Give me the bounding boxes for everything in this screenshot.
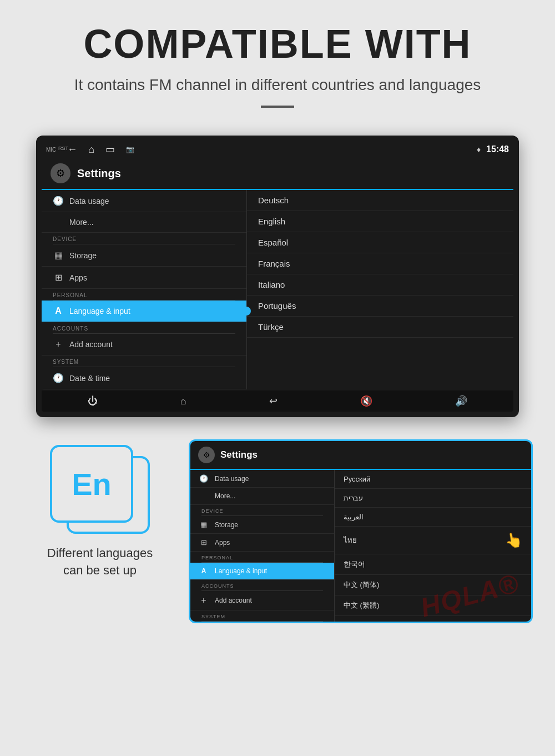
add-icon: + xyxy=(53,339,64,349)
language-label: Language & input xyxy=(69,307,130,316)
power-button[interactable]: ⏻ xyxy=(88,395,98,407)
zoomed-settings-header: ⚙ Settings xyxy=(190,441,531,470)
zoomed-data-usage-icon: 🕐 xyxy=(198,474,209,483)
lang-russian[interactable]: Русский xyxy=(335,470,531,489)
en-text: En xyxy=(72,466,112,502)
zoomed-right-panel: Русский עברית العربية ไทย 👆 한국어 中文 (简体) … xyxy=(335,470,531,622)
lang-chinese-traditional[interactable]: 中文 (繁體) xyxy=(335,595,531,616)
zoomed-data-usage-label: Data usage xyxy=(215,475,249,483)
lang-hebrew[interactable]: עברית xyxy=(335,489,531,508)
lang-espanol[interactable]: Español xyxy=(247,232,513,253)
lang-korean[interactable]: 한국어 xyxy=(335,554,531,575)
zoomed-apps[interactable]: ⊞ Apps xyxy=(190,534,334,552)
back-button[interactable]: ↩ xyxy=(269,395,278,407)
datetime-icon: 🕐 xyxy=(53,373,64,383)
lang-description: Different languages can be set up xyxy=(47,545,153,579)
language-icon: A xyxy=(53,306,64,316)
zoomed-language[interactable]: A Language & input xyxy=(190,563,334,580)
zoomed-apps-icon: ⊞ xyxy=(198,538,209,547)
zoomed-add-account-label: Add account xyxy=(215,597,252,604)
zoomed-device-label: DEVICE xyxy=(190,505,334,515)
zoomed-settings-title: Settings xyxy=(220,449,258,460)
zoomed-add-icon: + xyxy=(198,595,209,605)
vol-down-button[interactable]: 🔇 xyxy=(360,395,372,407)
desc-line2: can be set up xyxy=(63,563,137,577)
settings-left-panel: 🕐 Data usage More... DEVICE ▦ Storage ⊞ xyxy=(42,190,247,389)
zoomed-apps-label: Apps xyxy=(215,539,230,547)
lang-chinese-simplified[interactable]: 中文 (简体) xyxy=(335,575,531,595)
settings-apps[interactable]: ⊞ Apps xyxy=(42,267,246,289)
device-section-label: DEVICE xyxy=(42,233,246,244)
apps-label: Apps xyxy=(69,273,87,282)
device-top-bar: MIC ← ⌂ ▭ 📷 RST ♦ 15:48 xyxy=(42,141,513,158)
settings-right-panel: Deutsch English Español Français Italian… xyxy=(247,190,513,389)
blue-dot-connector xyxy=(242,307,251,316)
recent-icon[interactable]: ▭ xyxy=(105,143,115,156)
settings-icon: ⚙ xyxy=(51,163,70,183)
zoomed-system-divider xyxy=(201,621,323,622)
zoomed-lang-label: Language & input xyxy=(215,567,267,575)
zoomed-data-usage[interactable]: 🕐 Data usage xyxy=(190,470,334,488)
zoomed-accounts-label: ACCOUNTS xyxy=(190,580,334,590)
lang-portugues[interactable]: Português xyxy=(247,296,513,317)
datetime-label: Date & time xyxy=(69,374,110,383)
zoomed-storage-icon: ▦ xyxy=(198,520,209,529)
apps-icon: ⊞ xyxy=(53,272,64,283)
zoomed-storage[interactable]: ▦ Storage xyxy=(190,516,334,534)
lang-deutsch[interactable]: Deutsch xyxy=(247,190,513,211)
home-button[interactable]: ⌂ xyxy=(180,395,186,407)
settings-add-account[interactable]: + Add account xyxy=(42,334,246,356)
settings-data-usage[interactable]: 🕐 Data usage xyxy=(42,190,246,212)
main-title: COMPATIBLE WITH xyxy=(33,22,522,66)
settings-body: 🕐 Data usage More... DEVICE ▦ Storage ⊞ xyxy=(42,190,513,389)
subtitle: It contains FM channel in different coun… xyxy=(33,74,522,96)
more-label: More... xyxy=(69,218,94,227)
settings-storage[interactable]: ▦ Storage xyxy=(42,244,246,267)
bottom-nav-bar: ⏻ ⌂ ↩ 🔇 🔊 xyxy=(42,390,513,412)
zoomed-body: 🕐 Data usage More... DEVICE ▦ Storage ⊞ … xyxy=(190,470,531,622)
settings-screen: ⚙ Settings 🕐 Data usage More... DEVICE xyxy=(42,158,513,389)
lang-francais[interactable]: Français xyxy=(247,253,513,274)
device-container: MIC ← ⌂ ▭ 📷 RST ♦ 15:48 ⚙ Settings xyxy=(36,136,519,417)
thai-text: ไทย xyxy=(344,534,357,546)
left-content: En Different languages can be set up xyxy=(22,434,178,579)
lang-arabic[interactable]: العربية xyxy=(335,508,531,527)
back-icon[interactable]: ← xyxy=(67,144,77,156)
en-icon-front: En xyxy=(50,445,133,523)
rst-label: RST xyxy=(58,146,68,151)
settings-more[interactable]: More... xyxy=(42,212,246,233)
zoomed-settings-icon: ⚙ xyxy=(198,447,215,463)
settings-title: Settings xyxy=(77,167,121,180)
lang-thai[interactable]: ไทย 👆 xyxy=(335,527,531,554)
storage-label: Storage xyxy=(69,251,97,260)
device-top-right: ♦ 15:48 xyxy=(477,144,509,154)
zoomed-left-panel: 🕐 Data usage More... DEVICE ▦ Storage ⊞ … xyxy=(190,470,335,622)
camera-icon: 📷 xyxy=(126,146,134,153)
zoomed-more[interactable]: More... xyxy=(190,488,334,505)
vol-up-button[interactable]: 🔊 xyxy=(455,395,467,407)
system-section-label: SYSTEM xyxy=(42,356,246,367)
zoomed-personal-label: PERSONAL xyxy=(190,552,334,562)
lower-section: En Different languages can be set up ⚙ S… xyxy=(0,434,555,623)
signal-icon: ♦ xyxy=(477,145,481,154)
lang-turkce[interactable]: Türkçe xyxy=(247,317,513,338)
hand-cursor-icon: 👆 xyxy=(503,530,524,550)
home-icon[interactable]: ⌂ xyxy=(88,144,94,156)
desc-line1: Different languages xyxy=(47,546,153,560)
mic-label: MIC xyxy=(46,147,56,153)
zoomed-more-label: More... xyxy=(215,492,235,500)
data-usage-label: Data usage xyxy=(69,197,109,206)
lang-english[interactable]: English xyxy=(247,211,513,232)
settings-language[interactable]: A Language & input xyxy=(42,301,246,322)
zoomed-system-label: SYSTEM xyxy=(190,610,334,621)
settings-header: ⚙ Settings xyxy=(42,158,513,190)
lang-italiano[interactable]: Italiano xyxy=(247,274,513,296)
zoomed-add-account[interactable]: + Add account xyxy=(190,591,334,610)
settings-date-time[interactable]: 🕐 Date & time xyxy=(42,367,246,389)
divider-bar xyxy=(261,106,294,108)
personal-section-label: PERSONAL xyxy=(42,289,246,300)
storage-icon: ▦ xyxy=(53,250,64,261)
zoomed-popup: ⚙ Settings 🕐 Data usage More... DEVICE ▦… xyxy=(189,439,533,623)
accounts-section-label: ACCOUNTS xyxy=(42,322,246,333)
zoomed-storage-label: Storage xyxy=(215,521,238,529)
